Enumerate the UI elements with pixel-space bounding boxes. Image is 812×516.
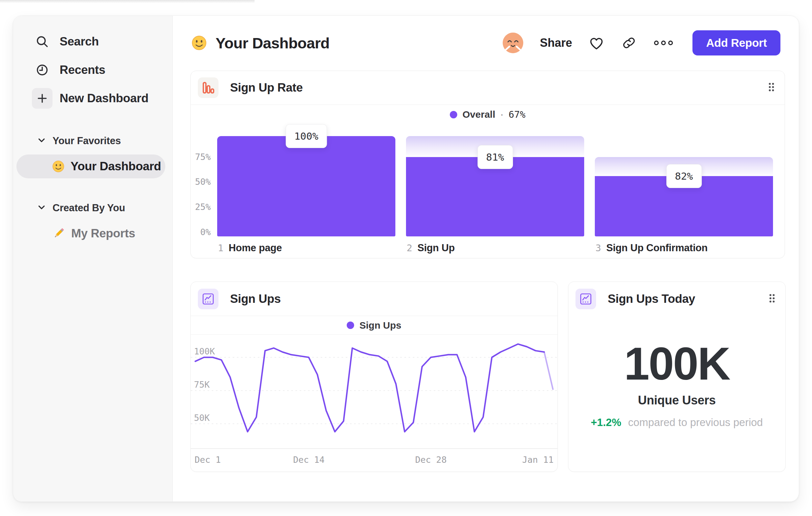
line-legend: Sign Ups xyxy=(191,316,557,335)
page-title: Your Dashboard xyxy=(215,34,330,52)
x-axis: Dec 1 Dec 14 Dec 28 Jan 11 xyxy=(191,449,557,471)
kpi-unit: Unique Users xyxy=(569,393,785,407)
bar-value-tooltip: 100% xyxy=(286,124,327,148)
funnel-step-label: 1 Home page xyxy=(218,242,282,254)
sidebar-item-search[interactable]: Search xyxy=(13,27,172,56)
y-axis-tick: 0% xyxy=(191,227,211,237)
x-axis-tick: Dec 28 xyxy=(415,455,447,465)
clock-icon xyxy=(32,60,53,80)
sign-ups-chart[interactable]: 100K 75K 50K xyxy=(191,335,557,449)
step-name: Sign Up Confirmation xyxy=(606,242,707,254)
funnel-bar-home-page[interactable]: 100% xyxy=(217,136,395,236)
kpi-delta: +1.2% xyxy=(591,416,621,428)
plus-icon xyxy=(32,88,53,109)
app-window: Search Recents New Dashboard xyxy=(13,16,799,502)
chevron-down-icon xyxy=(38,138,46,144)
pencil-emoji xyxy=(52,227,65,240)
page-header: Your Dashboard Share xyxy=(191,30,780,56)
favorite-heart-icon[interactable] xyxy=(588,34,605,51)
y-axis-tick: 75K xyxy=(194,380,210,389)
y-axis-tick: 25% xyxy=(191,202,211,212)
step-number: 2 xyxy=(407,243,412,253)
funnel-bar-segment xyxy=(217,136,395,236)
funnel-bar-sign-up[interactable]: 81% xyxy=(406,136,584,236)
favorites-section-header[interactable]: Your Favorites xyxy=(13,134,172,148)
smiley-emoji xyxy=(52,160,65,173)
line-chart-icon xyxy=(576,289,596,309)
sidebar-item-label: Recents xyxy=(60,63,105,77)
copy-link-icon[interactable] xyxy=(621,35,637,51)
sidebar-item-recents[interactable]: Recents xyxy=(13,56,172,84)
step-name: Home page xyxy=(228,242,282,254)
more-options-icon[interactable] xyxy=(653,39,674,47)
sidebar: Search Recents New Dashboard xyxy=(13,16,173,501)
sidebar-item-label: Search xyxy=(60,35,99,48)
card-title: Sign Ups xyxy=(230,292,281,306)
line-chart-icon xyxy=(198,289,219,309)
sign-up-rate-card: Sign Up Rate Overall · 67% xyxy=(191,71,785,258)
sidebar-item-label: Your Dashboard xyxy=(70,160,161,173)
funnel-step-label: 2 Sign Up xyxy=(407,242,455,254)
sidebar-item-your-dashboard[interactable]: Your Dashboard xyxy=(17,155,165,178)
step-number: 1 xyxy=(218,243,223,253)
bar-value-tooltip: 82% xyxy=(666,164,702,188)
x-axis-tick: Dec 14 xyxy=(293,455,325,465)
chevron-down-icon xyxy=(38,205,46,211)
x-axis-tick: Dec 1 xyxy=(195,455,221,465)
x-axis-tick: Jan 11 xyxy=(522,455,554,465)
funnel-step-label: 3 Sign Up Confirmation xyxy=(596,242,707,254)
kpi-delta-row: +1.2% compared to previous period xyxy=(569,416,785,429)
signups-line xyxy=(191,335,557,449)
sidebar-item-new-dashboard[interactable]: New Dashboard xyxy=(13,84,172,113)
funnel-plot: 75% 50% 25% 0% 100% 81% xyxy=(191,71,785,258)
share-button[interactable]: Share xyxy=(540,36,572,50)
add-report-button[interactable]: Add Report xyxy=(692,30,780,55)
created-section-header[interactable]: Created By You xyxy=(13,201,172,215)
legend-label: Sign Ups xyxy=(359,320,401,331)
avatar[interactable] xyxy=(502,32,524,54)
y-axis-tick: 50% xyxy=(191,177,211,187)
funnel-bar-sign-up-confirmation[interactable]: 82% xyxy=(595,157,773,236)
search-icon xyxy=(32,31,53,52)
bar-value-tooltip: 81% xyxy=(477,145,513,169)
smiley-emoji xyxy=(191,35,207,51)
sidebar-item-label: New Dashboard xyxy=(60,91,149,105)
kpi-value: 100K xyxy=(569,337,785,390)
window-edge-artifact xyxy=(0,0,255,3)
section-title: Your Favorites xyxy=(53,135,121,147)
main-content: Your Dashboard Share xyxy=(173,16,799,501)
card-title: Sign Ups Today xyxy=(608,292,695,306)
sidebar-item-label: My Reports xyxy=(71,227,135,240)
y-axis-tick: 50K xyxy=(194,413,210,423)
step-number: 3 xyxy=(596,243,601,253)
drag-handle-icon[interactable] xyxy=(768,294,776,304)
sidebar-item-my-reports[interactable]: My Reports xyxy=(17,222,165,245)
sign-ups-today-card: Sign Ups Today 100K Unique Users +1.2% c… xyxy=(568,281,786,472)
step-name: Sign Up xyxy=(417,242,455,254)
screen: Search Recents New Dashboard xyxy=(0,0,812,516)
kpi-delta-note: compared to previous period xyxy=(628,416,763,428)
sign-ups-card: Sign Ups Sign Ups 100K 75K 50K xyxy=(191,281,558,472)
y-axis-tick: 75% xyxy=(191,152,211,162)
legend-dot xyxy=(347,322,354,329)
y-axis-tick: 100K xyxy=(194,346,215,356)
section-title: Created By You xyxy=(53,202,125,214)
